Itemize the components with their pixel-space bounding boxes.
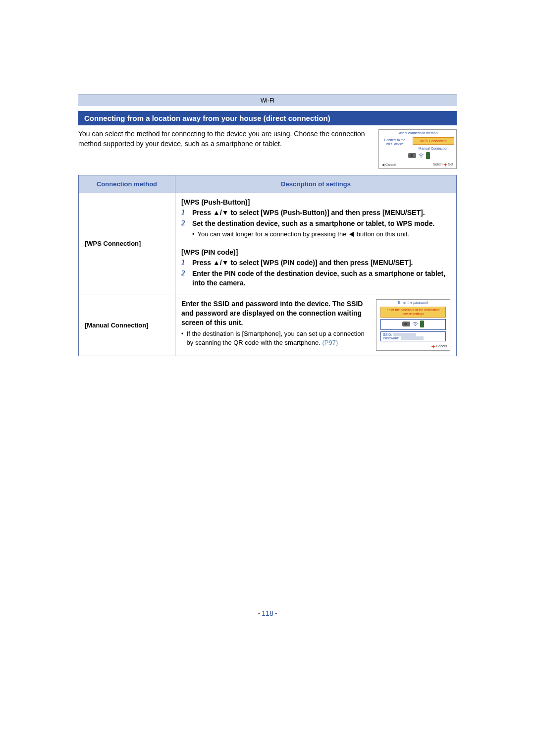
screen2-sub: Enter the password in the destination de… [380,307,446,318]
step-number: 2 [181,269,192,288]
manual-head: Enter the SSID and password into the dev… [181,299,368,327]
wps-push-step2: Set the destination device, such as a sm… [192,219,434,228]
step-number: 2 [181,219,192,228]
th-desc: Description of settings [175,175,457,193]
ssid-label: SSID: [383,333,392,336]
wps-push-title: [WPS (Push-Button)] [181,198,450,206]
wps-pin-title: [WPS (PIN code)] [181,248,450,256]
step-number: 1 [181,258,192,268]
cell-manual: Enter the SSID and password into the dev… [175,294,457,356]
left-arrow-icon [349,232,354,237]
select-set: SelectSet [433,162,453,167]
wps-push-note: You can wait longer for a connection by … [192,230,450,238]
screenshot-select-connection: Select connection method Connect to the … [378,129,457,169]
wifi-icon [412,322,418,326]
page-number: -118- [0,609,535,617]
camera-icon [408,153,416,158]
screen1-left-text: Connect to the WPS device [379,136,411,151]
svg-point-0 [421,157,422,158]
row-manual-method: [Manual Connection] [79,294,175,356]
intro-text: You can select the method for connecting… [78,129,370,169]
cell-wps-pin: [WPS (PIN code)] 1 Press ▲/▼ to select [… [175,243,457,294]
step-number: 1 [181,208,192,217]
section-header: Connecting from a location away from you… [78,111,457,125]
ssid-value-redacted [393,333,416,336]
svg-point-1 [415,325,416,326]
screenshot-enter-password: Enter the password Enter the password in… [376,299,450,351]
wps-pin-step1: Press ▲/▼ to select [WPS (PIN code)] and… [192,258,413,268]
screen2-title: Enter the password [376,300,450,305]
pw-label: Password: [383,336,399,340]
phone-icon [426,152,430,159]
connection-table: Connection method Description of setting… [78,175,457,356]
pw-value-redacted [401,336,424,340]
screen1-manual-button: Manual Connection [411,146,456,151]
th-method: Connection method [79,175,175,193]
camera-icon [402,322,410,326]
screen1-wps-button: WPS Connection [413,137,454,145]
manual-note: If the destination is [Smartphone], you … [181,329,368,347]
back-cancel: Cancel [382,163,396,166]
screen2-cancel: Cancel [376,343,450,350]
cell-wps-push: [WPS (Push-Button)] 1 Press ▲/▼ to selec… [175,193,457,243]
phone-icon [420,321,424,327]
breadcrumb: Wi-Fi [78,94,457,106]
page-link-p97[interactable]: (P97) [322,339,338,346]
row-wps-method: [WPS Connection] [79,193,175,294]
wifi-icon [418,153,424,158]
wps-pin-step2: Enter the PIN code of the destination de… [192,269,450,288]
wps-push-step1: Press ▲/▼ to select [WPS (Push-Button)] … [192,208,425,217]
screen1-title: Select connection method [379,130,456,136]
